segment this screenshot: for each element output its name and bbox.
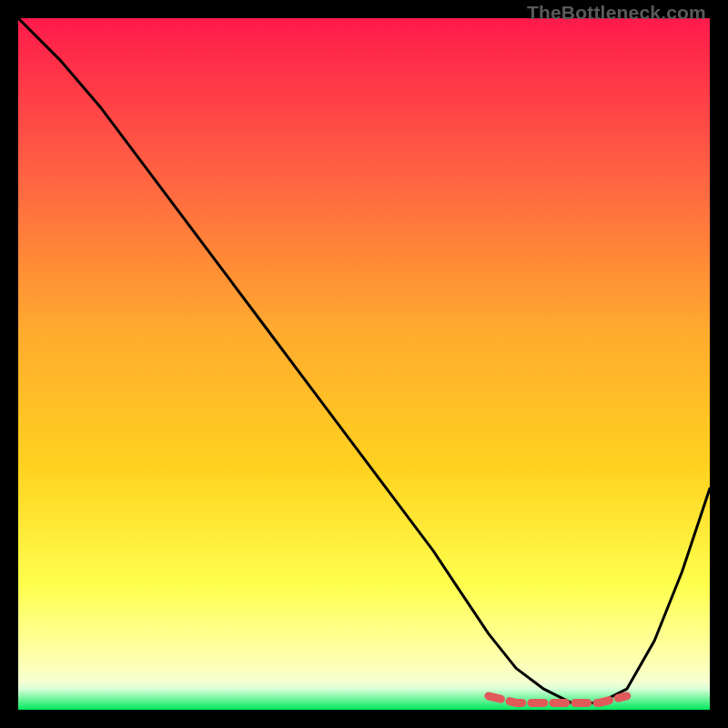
watermark-text: TheBottleneck.com (527, 2, 706, 24)
chart-frame (18, 18, 710, 710)
gradient-background (18, 18, 710, 710)
bottleneck-chart (18, 18, 710, 710)
